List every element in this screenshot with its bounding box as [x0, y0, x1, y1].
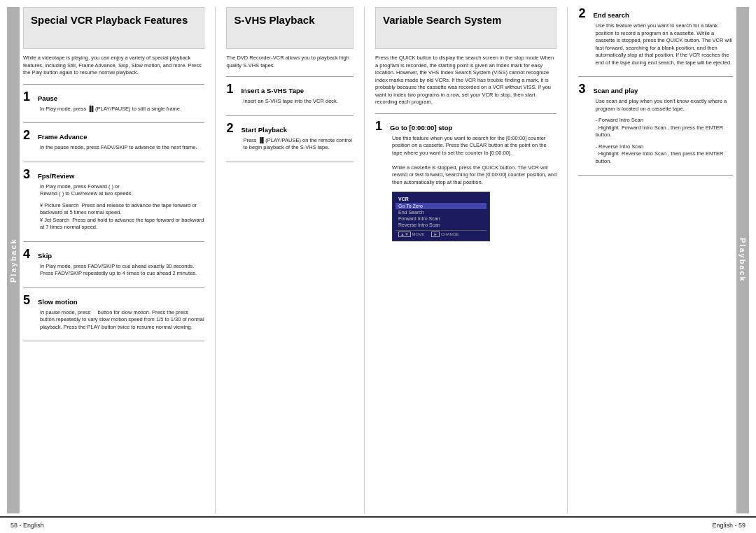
- vcr-menu-title: VCR: [396, 195, 486, 203]
- divider: [578, 175, 733, 176]
- col1-section-2: 2 Frame Advance In the pause mode, press…: [23, 129, 204, 156]
- col3: Variable Search System Press the QUICK b…: [365, 7, 568, 513]
- col4-s3-sub: - Forward Intro Scan Highlight Forward I…: [595, 117, 733, 165]
- col1-s3-title: 3 Fps/Review: [23, 168, 204, 180]
- col3-s1-num: 1: [375, 120, 382, 132]
- sidebar-left: Playback: [7, 7, 20, 513]
- page: Playback Special VCR Playback Features W…: [0, 0, 756, 533]
- col1-header-text: Special VCR Playback Features: [31, 13, 188, 27]
- col4-s3-title: 3 Scan and play: [578, 83, 733, 95]
- col3-section-1: 1 Go to [0:00:00] stop Use this feature …: [375, 120, 556, 248]
- col3-header-text: Variable Search System: [383, 13, 501, 27]
- col2-s2-title: 2 Start Playback: [226, 122, 354, 134]
- col1-s1-body: In Play mode, press ▐▌(PLAY/PAUSE) to st…: [40, 106, 204, 113]
- col1-s2-body: In the pause mode, press FADV/SKIP to ad…: [40, 144, 204, 152]
- col1-s3-sub: ¥ Picture Search Press and release to ad…: [40, 202, 204, 232]
- col4-section-3: 3 Scan and play Use scan and play when y…: [578, 83, 733, 169]
- col4-s2-body: Use this feature when you want to search…: [595, 22, 733, 66]
- col2-s1-body: Insert an S-VHS tape into the VCR deck.: [243, 98, 354, 106]
- divider: [226, 115, 354, 116]
- divider: [226, 162, 354, 162]
- divider: [375, 113, 556, 114]
- col2-s2-title-text: Start Playback: [241, 126, 286, 134]
- col3-header: Variable Search System: [375, 7, 556, 49]
- col1-s3-title-text: Fps/Review: [38, 172, 74, 180]
- col4-s2-title: 2 End search: [578, 7, 733, 20]
- vcr-menu: VCR Go To Zero End Search Forward Intro …: [392, 192, 490, 241]
- col4-s2-title-text: End search: [594, 11, 629, 19]
- col1-s4-title-text: Skip: [38, 252, 52, 260]
- col4: 2 End search Use this feature when you w…: [568, 7, 733, 513]
- col3-s1-body: Use this feature when you want to search…: [392, 135, 556, 187]
- sidebar-right: Playback: [736, 7, 749, 513]
- footer-right: English - 59: [712, 522, 746, 529]
- col2-header: S-VHS Playback: [226, 7, 354, 49]
- footer: 58 - English English - 59: [0, 516, 756, 533]
- col1-s5-num: 5: [23, 294, 30, 306]
- divider: [23, 122, 204, 123]
- col1-intro: While a videotape is playing, you can en…: [23, 55, 204, 77]
- col1-s3-num: 3: [23, 168, 30, 180]
- columns-wrapper: Special VCR Playback Features While a vi…: [23, 7, 733, 513]
- divider: [23, 287, 204, 288]
- col1-s5-body: In pause mode, press button for slow mot…: [40, 309, 204, 332]
- col1-s1-title-text: Pause: [38, 94, 57, 102]
- col1-section-3: 3 Fps/Review In Play mode, press Forward…: [23, 168, 204, 236]
- col1: Special VCR Playback Features While a vi…: [23, 7, 216, 513]
- col1-s4-body: In Play mode, press FADV/SKIP to cue ahe…: [40, 263, 204, 278]
- vcr-menu-footer-move: ▲▼ MOVE: [398, 232, 424, 236]
- col4-s3-num: 3: [578, 83, 585, 95]
- col2-section-2: 2 Start Playback Press ▐▌(PLAY/PAUSE) on…: [226, 122, 354, 156]
- col2-s1-title-text: Insert a S-VHS Tape: [241, 87, 304, 94]
- divider: [23, 241, 204, 242]
- col4-s2-num: 2: [578, 7, 585, 20]
- col1-s1-title: 1 Pause: [23, 90, 204, 103]
- footer-left: 58 - English: [10, 522, 44, 529]
- col2-intro: The DVD Recorder-VCR allows you to playb…: [226, 55, 354, 69]
- main-content: Playback Special VCR Playback Features W…: [0, 0, 756, 513]
- col1-s5-title-text: Slow motion: [38, 298, 77, 306]
- col4-s3-title-text: Scan and play: [594, 87, 638, 94]
- col1-s1-num: 1: [23, 90, 30, 103]
- vcr-menu-item-0: Go To Zero: [396, 203, 486, 209]
- col2-section-1: 1 Insert a S-VHS Tape Insert an S-VHS ta…: [226, 83, 354, 110]
- col4-s3-body: Use scan and play when you don't know ex…: [595, 98, 733, 113]
- vcr-menu-item-1: End Search: [396, 209, 486, 215]
- col1-s2-num: 2: [23, 129, 30, 141]
- divider: [226, 76, 354, 77]
- col2-s1-num: 1: [226, 83, 233, 95]
- col3-s1-title: 1 Go to [0:00:00] stop: [375, 120, 556, 132]
- col4-section-2: 2 End search Use this feature when you w…: [578, 7, 733, 71]
- col1-s4-num: 4: [23, 248, 30, 260]
- col1-s5-title: 5 Slow motion: [23, 294, 204, 306]
- col3-s1-title-text: Go to [0:00:00] stop: [390, 124, 452, 132]
- col2: S-VHS Playback The DVD Recorder-VCR allo…: [216, 7, 365, 513]
- col1-s2-title: 2 Frame Advance: [23, 129, 204, 141]
- col2-header-text: S-VHS Playback: [234, 13, 314, 27]
- col2-s1-title: 1 Insert a S-VHS Tape: [226, 83, 354, 95]
- col1-section-1: 1 Pause In Play mode, press ▐▌(PLAY/PAUS…: [23, 90, 204, 118]
- divider: [23, 162, 204, 162]
- vcr-menu-item-2: Forward Intro Scan: [396, 215, 486, 222]
- col1-s4-title: 4 Skip: [23, 248, 204, 260]
- vcr-menu-footer-change: ► CHANGE: [431, 232, 458, 236]
- col2-s2-num: 2: [226, 122, 233, 134]
- col3-intro: Press the QUICK button to display the se…: [375, 55, 556, 106]
- vcr-menu-footer: ▲▼ MOVE ► CHANGE: [396, 230, 486, 238]
- divider: [23, 84, 204, 85]
- col1-section-4: 4 Skip In Play mode, press FADV/SKIP to …: [23, 248, 204, 282]
- col1-s2-title-text: Frame Advance: [38, 133, 87, 141]
- divider: [578, 76, 733, 77]
- vcr-menu-item-3: Reverse Intro Scan: [396, 222, 486, 228]
- divider: [23, 341, 204, 341]
- col2-s2-body: Press ▐▌(PLAY/PAUSE) on the remote contr…: [243, 137, 354, 152]
- col1-header: Special VCR Playback Features: [23, 7, 204, 49]
- col1-s3-body: In Play mode, press Forward ( ) or Rewin…: [40, 183, 204, 198]
- col1-section-5: 5 Slow motion In pause mode, press butto…: [23, 294, 204, 336]
